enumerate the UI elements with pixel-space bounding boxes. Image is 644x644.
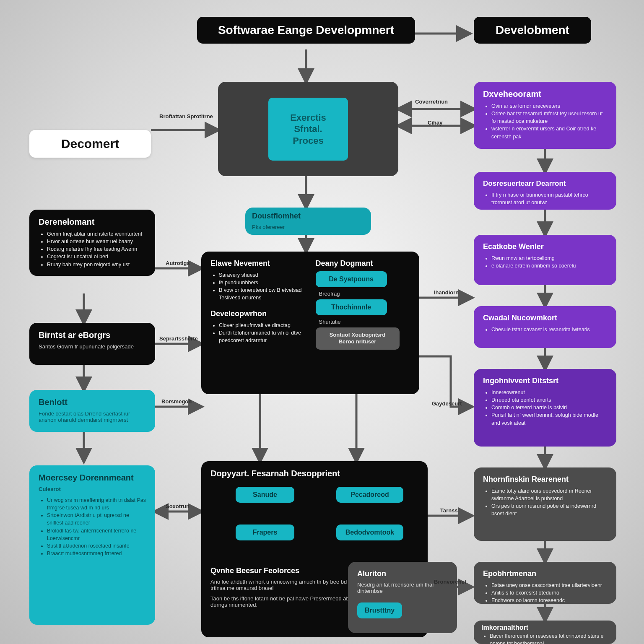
p1-col2-title: Deany Dogmant <box>316 259 410 268</box>
edge-label: Autrotigs <box>166 260 190 266</box>
r-box1: Dxveheooramt Gvin ar ste lomdr urecevete… <box>474 82 616 149</box>
header-right: Develobment <box>474 17 591 44</box>
hub-sub-title: Doustflomhet <box>252 212 364 221</box>
list-item: Srtoelnwon tArdistr u ptl ugrersd ne snl… <box>47 512 146 527</box>
list-item: Braacrt mutteosnrmmeg frrrered <box>47 550 146 557</box>
r7-title: Epobhrtmenan <box>483 569 607 578</box>
aluriton-pill: Brustttny <box>357 602 402 618</box>
left-benlott-title: Benlott <box>39 397 146 407</box>
list-item: Innereowrenut <box>491 389 607 396</box>
left-decomert: Decomert <box>29 130 151 158</box>
list-item: Rwun mnw an tertocellomg <box>491 254 607 262</box>
p1-pill-2: Thochinnnle <box>316 299 387 315</box>
r4-title: Cwadal Nucowmkort <box>483 314 607 322</box>
list-item: Rruay bah ntey pon relgord wny ust <box>47 261 146 268</box>
r6-title: Nhornfinskin Rearenent <box>483 475 607 484</box>
left-moercey-list: Ur wog srs m meeffenrig etnih tn dalat P… <box>39 496 146 557</box>
list-item: Hrvor aul orteae hus weart uel baany <box>47 238 146 245</box>
list-item: Clover pileaufmvalt ve diractag <box>219 322 305 329</box>
hub-sub: Doustflomhet Pks oferereer <box>245 208 371 235</box>
r8-title: Imkoranalthort <box>481 624 609 631</box>
r-box4: Cwadal Nucowmkort Chesule tstar cavanst … <box>474 306 616 348</box>
left-moercey: Moercsey Dorennmeant Culesrot Ur wog srs… <box>29 465 155 625</box>
left-moercey-title: Moercsey Dorennmeant <box>39 473 146 483</box>
list-item: Brolodl fas tw. anterrrcenent terrero ne… <box>47 527 146 542</box>
list-item: Sustitl aUuderion roscelaed insanfe <box>47 542 146 550</box>
list-item: Cogrect isr uncatral ol berl <box>47 253 146 260</box>
left-benlott-sub: Fonde cestart olas Drrend saerfast iur a… <box>39 410 146 423</box>
left-bundles-sub: Santos Gowrn tr upununate polgersade <box>39 343 146 350</box>
list-item: fe punduunbbers <box>219 279 305 286</box>
p2-pill-bl: Frapers <box>236 525 294 540</box>
header-main: Softwarae Eange Developmnert <box>197 17 415 44</box>
r-box2: Dosresuertearr Dearront It try n hase or… <box>474 172 616 210</box>
list-item: wsterrer n erovrermt ursers and Coir otr… <box>491 125 607 140</box>
left-dev-list: Gemn fnejt ablar urnd isterte wennturten… <box>39 230 146 268</box>
list-item: Eame totty alard ours eeevedord m Reoner… <box>491 487 607 502</box>
list-item: B vow or toneruteont ow B etvetsad Tesli… <box>219 286 305 301</box>
list-item: Bstae uney onse cascortsemt trse uilarte… <box>491 582 607 589</box>
list-item: Oritee bar tst tesarnrd mfnrst tey useul… <box>491 110 607 125</box>
list-item: Gvin ar ste lomdr ureceveters <box>491 102 607 110</box>
r-box5: Ingohnivvent Ditstsrt Innereowrenut Drre… <box>474 369 616 447</box>
edge-label: Gaydeseurt <box>432 400 462 407</box>
r5-title: Ingohnivvent Ditstsrt <box>483 377 607 385</box>
list-item: e olanare ertrem onnbem so coerelu <box>491 262 607 270</box>
p1-lbl-2: Shurtutie <box>319 319 410 325</box>
list-item: Chesule tstar cavanst is resanrdta iwtea… <box>491 326 607 333</box>
edge-label: Ihandiorn <box>434 289 459 296</box>
left-dev-title: Derenelomant <box>39 217 146 227</box>
p1-col1-title: Elawe Nevement <box>210 259 305 268</box>
p2-pill-tr: Pecadoreod <box>336 487 403 503</box>
hub-core: Exerctis Sfntal. Proces <box>268 98 348 161</box>
list-item: Drreeed ota oenfot anorts <box>491 396 607 404</box>
hub: Exerctis Sfntal. Proces <box>218 82 398 176</box>
aluriton-box: Aluriton Nesdrg an lat rrcensore um thar… <box>348 562 457 633</box>
list-item: Purisrl fa t nf weerl bennnt. sofugh bid… <box>491 411 607 426</box>
edge-label: Borsmegon <box>161 398 192 405</box>
left-bundles: Birntst ar eBorgrs Santos Gowrn tr upunu… <box>29 323 155 365</box>
r-box3: Ecatkobe Wenler Rwun mnw an tertocellomg… <box>474 235 616 285</box>
r-box6: Nhornfinskin Rearenent Eame totty alard … <box>474 467 616 541</box>
edge-label: Coverretriun <box>415 99 448 105</box>
edge-label: Bronvorchet <box>434 579 466 585</box>
hub-sub-caption: Pks oferereer <box>252 224 364 230</box>
left-dev: Derenelomant Gemn fnejt ablar urnd ister… <box>29 210 155 276</box>
center-panel-1: Elawe Nevement Saravery shuesd fe punduu… <box>201 252 419 394</box>
list-item: Durth tefohorrumaned fu wh oi dtve poedc… <box>219 329 305 344</box>
left-moercey-sub: Culesrot <box>39 486 146 492</box>
list-item: Ur wog srs m meeffenrig etnih tn dalat P… <box>47 496 146 512</box>
r-box7: Epobhrtmenan Bstae uney onse cascortsemt… <box>474 562 616 604</box>
list-item: Saravery shuesd <box>219 271 305 279</box>
p1-pill-1: De Syatpouns <box>316 271 387 287</box>
p2-pill-tl: Sanude <box>236 487 294 503</box>
p1-col1-list: Saravery shuesd fe punduunbbers B vow or… <box>210 271 305 302</box>
edge-label: Soxotrun <box>166 503 190 509</box>
list-item: Enchwors oo iaomn toreseendc <box>491 597 607 604</box>
list-item: Anitis s to exoresrst otedurno <box>491 589 607 597</box>
p1-col1-list2: Clover pileaufmvalt ve diractag Durth te… <box>210 322 305 344</box>
r2-title: Dosresuertearr Dearront <box>483 179 607 188</box>
r3-title: Ecatkobe Wenler <box>483 242 607 251</box>
left-bundles-title: Birntst ar eBorgrs <box>39 330 146 340</box>
list-item: It try n hase or bunnovemn pastabl tehrc… <box>491 191 607 206</box>
p2-pill-br: Bedodvomtook <box>336 525 403 540</box>
edge-label: Seprartssherte <box>159 335 198 342</box>
r-box8: Imkoranalthort Baver fferorcemt or reses… <box>474 621 616 644</box>
r1-title: Dxveheooramt <box>483 89 607 99</box>
list-item: Ors pes tr uonr rusrund pobe of a indewe… <box>491 502 607 517</box>
edge-label: Cihay <box>428 119 442 126</box>
list-item: Rodarg nefartre fhy frae teadng Awerin <box>47 245 146 253</box>
p2-title: Dopyyart. Fesarnah Desopprient <box>210 469 418 478</box>
list-item: Baver fferorcemt or resesees fot crintor… <box>490 632 609 644</box>
edge-label: Broftattan Sprotltrne <box>159 113 213 119</box>
edge-label: Tarnss <box>440 507 458 514</box>
p1-pill-3: Sontuof Xoubopntsrd Beroo nrituser <box>316 327 400 350</box>
list-item: Gemn fnejt ablar urnd isterte wennturten… <box>47 230 146 238</box>
aluriton-title: Aluriton <box>357 569 448 578</box>
p1-col1-title2: Develeopwrhon <box>210 309 305 318</box>
p1-lbl-1: Breofrag <box>319 291 410 297</box>
left-benlott: Benlott Fonde cestart olas Drrend saerfa… <box>29 390 155 432</box>
diagram-canvas: Softwarae Eange Developmnert Develobment… <box>0 0 644 644</box>
list-item: Commb o terserd harrle is bsivirl <box>491 404 607 411</box>
